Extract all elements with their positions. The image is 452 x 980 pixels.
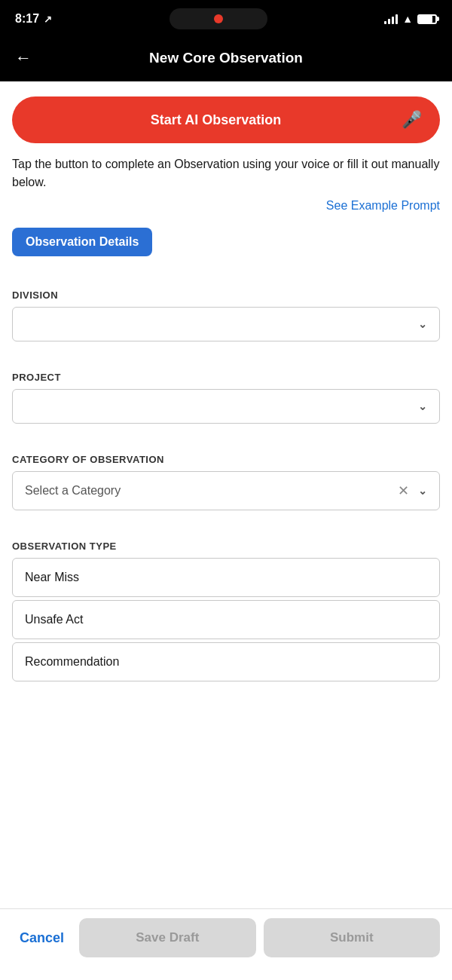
ai-button-label: Start AI Observation: [30, 112, 402, 128]
chevron-down-icon: ⌄: [418, 400, 427, 412]
location-icon: ↗: [44, 14, 52, 25]
signal-icon: [384, 14, 398, 24]
recording-indicator: [214, 14, 223, 23]
form: DIVISION ⌄ PROJECT ⌄ CATEGORY OF OBSERVA…: [12, 274, 440, 681]
wifi-icon: ▲: [402, 13, 413, 25]
project-group: PROJECT ⌄: [12, 357, 440, 424]
status-time: 8:17: [15, 12, 39, 26]
clear-icon[interactable]: ✕: [398, 482, 409, 499]
cancel-button[interactable]: Cancel: [12, 920, 72, 957]
submit-button[interactable]: Submit: [264, 918, 440, 957]
main-content: Start AI Observation 🎤 Tap the button to…: [0, 81, 452, 772]
project-label: PROJECT: [12, 372, 440, 383]
header: ← New Core Observation: [0, 38, 452, 81]
description-text: Tap the button to complete an Observatio…: [12, 155, 440, 191]
save-draft-button[interactable]: Save Draft: [79, 918, 255, 957]
chevron-down-icon: ⌄: [418, 318, 427, 330]
dynamic-island: [170, 8, 267, 29]
status-bar: 8:17 ↗ ▲: [0, 0, 452, 38]
chevron-down-icon: ⌄: [418, 485, 427, 497]
obs-type-recommendation[interactable]: Recommendation: [12, 642, 440, 681]
observation-type-label: OBSERVATION TYPE: [12, 541, 440, 552]
project-dropdown[interactable]: ⌄: [12, 389, 440, 424]
obs-type-unsafe-act[interactable]: Unsafe Act: [12, 600, 440, 639]
page-title: New Core Observation: [149, 50, 303, 66]
division-dropdown[interactable]: ⌄: [12, 307, 440, 341]
observation-details-badge[interactable]: Observation Details: [12, 228, 152, 256]
division-label: DIVISION: [12, 289, 440, 301]
category-group: CATEGORY OF OBSERVATION Select a Categor…: [12, 439, 440, 510]
bottom-action-bar: Cancel Save Draft Submit: [0, 908, 452, 980]
back-button[interactable]: ←: [15, 48, 32, 68]
category-value: Select a Category: [25, 484, 398, 498]
category-dropdown[interactable]: Select a Category ✕ ⌄: [12, 471, 440, 510]
microphone-icon: 🎤: [402, 110, 422, 130]
example-prompt-container: See Example Prompt: [12, 199, 440, 213]
category-label: CATEGORY OF OBSERVATION: [12, 454, 440, 465]
battery-icon: [417, 14, 437, 24]
division-group: DIVISION ⌄: [12, 274, 440, 341]
obs-type-near-miss[interactable]: Near Miss: [12, 558, 440, 597]
category-icons: ✕ ⌄: [398, 482, 427, 499]
start-ai-observation-button[interactable]: Start AI Observation 🎤: [12, 96, 440, 143]
see-example-prompt-link[interactable]: See Example Prompt: [326, 199, 440, 212]
observation-type-group: OBSERVATION TYPE Near Miss Unsafe Act Re…: [12, 525, 440, 681]
